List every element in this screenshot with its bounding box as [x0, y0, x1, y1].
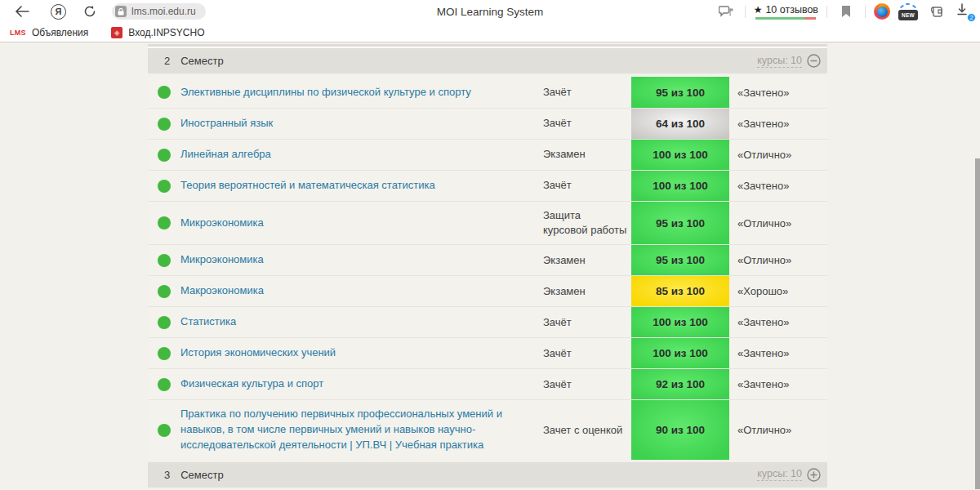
side-panel-button[interactable] — [926, 2, 947, 21]
course-link[interactable]: Макроэкономика — [180, 283, 264, 299]
ssl-lock-icon[interactable] — [115, 6, 127, 17]
score-badge: 95 из 100 — [631, 245, 729, 275]
score-cell: 100 из 100 — [631, 307, 729, 337]
row-status-cell — [148, 140, 180, 170]
course-status-dot-icon — [158, 424, 171, 437]
address-bar[interactable]: lms.moi.edu.ru — [112, 3, 206, 20]
table-row: Иностранный языкЗачёт64 из 100«Зачтено» — [148, 108, 827, 139]
browser-toolbar: Я lms.moi.edu.ru MOI Learning System ★ 1… — [0, 0, 980, 23]
table-row: СтатистикаЗачёт100 из 100«Зачтено» — [148, 306, 827, 337]
table-row: Физическая культура и спортЗачёт92 из 10… — [148, 368, 827, 399]
course-status-dot-icon — [158, 347, 171, 360]
score-badge: 100 из 100 — [631, 307, 729, 337]
new-badge: NEW — [898, 10, 918, 20]
course-cell: Микроэкономика — [180, 245, 540, 275]
bookmark-item-inpsycho[interactable]: ◈ Вход.INPSYCHO — [111, 27, 204, 38]
courses-count-link[interactable]: курсы: 10 — [757, 55, 802, 68]
score-cell: 95 из 100 — [631, 202, 729, 244]
course-cell: Статистика — [180, 307, 540, 337]
downloads-button[interactable]: 2 — [956, 2, 973, 20]
score-cell: 85 из 100 — [631, 276, 729, 306]
course-link[interactable]: Теория вероятностей и математическая ста… — [180, 178, 435, 194]
extension-new-icon[interactable]: NEW — [898, 2, 918, 20]
site-reviews-button[interactable]: ★ 10 отзывов — [754, 4, 818, 20]
score-badge: 95 из 100 — [631, 202, 729, 244]
course-cell: Практика по получению первичных професси… — [180, 400, 540, 460]
yandex-home-button[interactable]: Я — [51, 4, 66, 20]
course-status-dot-icon — [158, 378, 171, 391]
bookmark-flag-icon — [841, 5, 851, 18]
row-status-cell — [148, 276, 180, 306]
score-cell: 92 из 100 — [631, 369, 729, 399]
exam-type: Зачёт — [540, 338, 631, 368]
table-row: Практика по получению первичных професси… — [148, 399, 827, 460]
course-link[interactable]: История экономических учений — [180, 345, 336, 361]
course-link[interactable]: Физическая культура и спорт — [180, 376, 323, 392]
back-button[interactable] — [11, 2, 33, 21]
downloads-count-badge: 2 — [967, 13, 976, 22]
course-status-dot-icon — [158, 86, 171, 99]
courses-count-link[interactable]: курсы: 10 — [757, 468, 802, 481]
semester-title: Семестр — [180, 469, 223, 481]
bookmark-this-page-button[interactable] — [835, 2, 857, 21]
inpsycho-favicon: ◈ — [111, 27, 122, 38]
course-status-dot-icon — [158, 118, 171, 131]
grade-text: «Зачтено» — [729, 77, 827, 108]
course-link[interactable]: Статистика — [180, 314, 236, 330]
row-status-cell — [148, 171, 180, 201]
course-cell: Иностранный язык — [180, 109, 540, 139]
score-badge: 100 из 100 — [631, 171, 729, 201]
feedback-button[interactable] — [715, 2, 737, 21]
refresh-icon — [83, 5, 96, 18]
table-row: МикроэкономикаЭкзамен95 из 100«Отлично» — [148, 244, 827, 275]
course-cell: Линейная алгебра — [180, 140, 540, 170]
course-link[interactable]: Микроэкономика — [180, 252, 264, 268]
course-link[interactable]: Линейная алгебра — [180, 147, 271, 163]
exam-type: Зачёт — [540, 307, 631, 337]
table-row: Линейная алгебраЭкзамен100 из 100«Отличн… — [148, 139, 827, 170]
lms-favicon: LMS — [10, 29, 26, 37]
star-icon: ★ — [754, 4, 763, 16]
vertical-scrollbar-thumb[interactable] — [975, 158, 980, 489]
reviews-rating-bar — [755, 17, 816, 20]
extension-browser-icon[interactable] — [874, 3, 890, 20]
score-badge: 100 из 100 — [631, 140, 729, 170]
course-link[interactable]: Элективные дисциплины по физической куль… — [180, 85, 471, 100]
grade-text: «Зачтено» — [729, 338, 827, 368]
score-cell: 100 из 100 — [631, 338, 729, 368]
score-cell: 100 из 100 — [631, 140, 729, 170]
course-link[interactable]: Микроэкономика — [180, 216, 264, 231]
toolbar-divider — [865, 6, 866, 18]
row-status-cell — [148, 245, 180, 275]
score-badge: 85 из 100 — [631, 276, 729, 306]
grade-text: «Отлично» — [729, 400, 827, 460]
expand-section-icon[interactable] — [807, 468, 821, 482]
exam-type: Защита курсовой работы — [540, 202, 631, 244]
back-arrow-icon — [15, 6, 29, 17]
bookmark-label: Вход.INPSYCHO — [128, 27, 204, 38]
grade-text: «Зачтено» — [729, 307, 827, 337]
exam-type: Зачет с оценкой — [540, 400, 631, 460]
row-status-cell — [148, 202, 180, 244]
table-row: Элективные дисциплины по физической куль… — [148, 77, 827, 108]
course-link[interactable]: Иностранный язык — [180, 116, 273, 131]
grades-container: 2 Семестр курсы: 10 Элективные дисциплин… — [148, 44, 827, 488]
row-status-cell — [148, 400, 180, 460]
grade-text: «Отлично» — [729, 202, 827, 244]
bookmark-item-announcements[interactable]: LMS Объявления — [10, 27, 88, 38]
table-row: МакроэкономикаЭкзамен85 из 100«Хорошо» — [148, 275, 827, 306]
feedback-chat-icon — [719, 5, 733, 18]
course-link[interactable]: Практика по получению первичных професси… — [180, 407, 525, 453]
course-status-dot-icon — [158, 149, 171, 162]
score-badge: 92 из 100 — [631, 369, 729, 399]
semester-number: 2 — [164, 55, 170, 67]
refresh-button[interactable] — [79, 2, 100, 21]
reviews-label: 10 отзывов — [765, 4, 818, 16]
grade-text: «Отлично» — [729, 140, 827, 170]
semester-title: Семестр — [180, 55, 223, 67]
collapse-section-icon[interactable] — [807, 54, 821, 68]
course-cell: История экономических учений — [180, 338, 540, 368]
bookmarks-bar: LMS Объявления ◈ Вход.INPSYCHO — [0, 23, 980, 42]
grade-text: «Зачтено» — [729, 109, 827, 139]
grade-text: «Зачтено» — [729, 369, 827, 399]
